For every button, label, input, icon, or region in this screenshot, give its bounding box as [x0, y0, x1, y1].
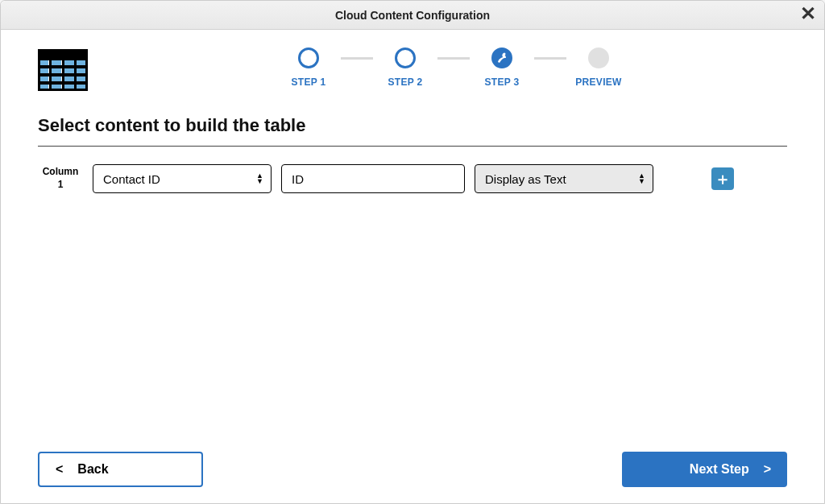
step-connector: [341, 57, 373, 60]
svg-rect-27: [77, 76, 85, 82]
step-connector: [534, 57, 566, 60]
svg-rect-23: [77, 68, 85, 74]
plus-icon: ＋: [715, 171, 731, 187]
step-circle-icon: [298, 48, 319, 68]
back-button[interactable]: < Back: [38, 452, 203, 487]
step-label: STEP 2: [388, 76, 423, 88]
footer: < Back Next Step >: [1, 452, 824, 503]
step-2[interactable]: STEP 2: [373, 48, 437, 88]
close-icon[interactable]: ✕: [800, 4, 816, 23]
window-title: Cloud Content Configuration: [335, 9, 490, 22]
step-circle-icon: [491, 48, 512, 68]
svg-rect-19: [77, 60, 85, 66]
svg-rect-39: [62, 57, 64, 91]
svg-rect-17: [51, 60, 61, 66]
next-step-button[interactable]: Next Step >: [622, 452, 787, 487]
chevron-right-icon: >: [764, 462, 771, 477]
format-select[interactable]: Display as Text ▲▼: [475, 164, 653, 193]
display-name-input[interactable]: ID: [281, 164, 465, 193]
step-label: STEP 3: [485, 76, 520, 88]
format-value: Display as Text: [485, 172, 566, 186]
table-icon: [38, 49, 88, 94]
svg-rect-26: [64, 76, 74, 82]
step-connector: [437, 57, 470, 60]
svg-rect-29: [51, 85, 61, 89]
step-label: PREVIEW: [575, 76, 621, 88]
svg-rect-38: [49, 57, 52, 91]
source-field-value: Contact ID: [103, 172, 160, 186]
display-name-value: ID: [292, 172, 304, 186]
svg-rect-30: [64, 85, 74, 89]
titlebar: Cloud Content Configuration ✕: [1, 1, 824, 30]
step-circle-icon: [588, 48, 609, 68]
chevron-left-icon: <: [56, 462, 63, 477]
svg-rect-21: [51, 68, 61, 74]
svg-rect-24: [39, 76, 48, 82]
svg-rect-22: [64, 68, 74, 74]
add-column-button[interactable]: ＋: [711, 167, 734, 190]
section-title: Select content to build the table: [38, 115, 787, 136]
back-button-label: Back: [77, 462, 108, 477]
source-field-select[interactable]: Contact ID ▲▼: [93, 164, 272, 193]
next-button-label: Next Step: [690, 462, 749, 477]
step-circle-icon: [395, 48, 416, 68]
svg-rect-28: [39, 85, 48, 89]
svg-rect-31: [77, 85, 85, 89]
step-preview[interactable]: PREVIEW: [566, 48, 631, 88]
step-3[interactable]: STEP 3: [470, 48, 534, 88]
section-divider: [38, 146, 787, 147]
modal-window: Cloud Content Configuration ✕: [0, 0, 825, 504]
svg-rect-37: [38, 57, 40, 91]
svg-rect-20: [39, 68, 48, 74]
svg-rect-18: [64, 60, 74, 66]
column-label: Column 1: [38, 166, 83, 191]
column-label-number: 1: [58, 179, 64, 190]
svg-rect-25: [51, 76, 61, 82]
svg-rect-40: [74, 57, 77, 91]
header-row: STEP 1 STEP 2 STEP 3: [38, 46, 787, 94]
content-area: STEP 1 STEP 2 STEP 3: [1, 30, 824, 452]
step-1[interactable]: STEP 1: [276, 48, 341, 88]
step-label: STEP 1: [292, 76, 326, 88]
svg-rect-41: [85, 57, 88, 91]
column-row: Column 1 Contact ID ▲▼ ID Display as Tex…: [38, 164, 787, 193]
svg-rect-16: [39, 60, 48, 66]
svg-rect-0: [38, 49, 88, 57]
column-label-text: Column: [43, 166, 79, 177]
stepper: STEP 1 STEP 2 STEP 3: [120, 48, 787, 88]
svg-point-42: [504, 53, 506, 56]
